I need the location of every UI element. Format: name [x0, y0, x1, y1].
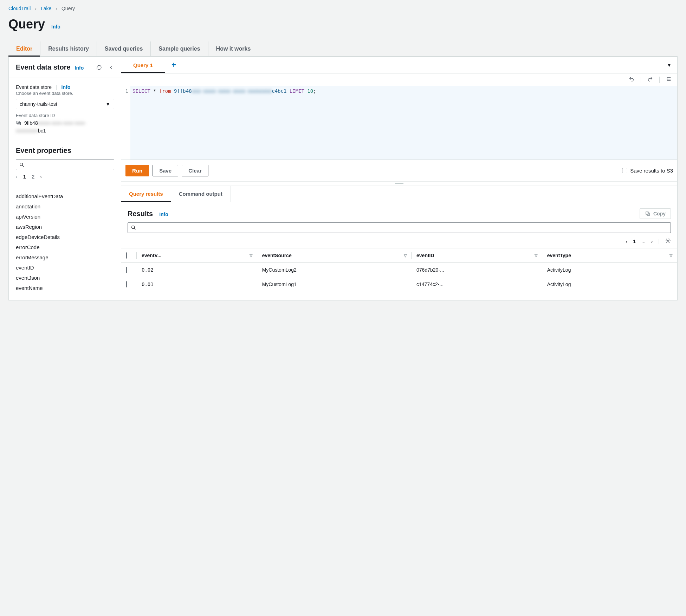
results-prev-icon[interactable]: ‹	[626, 239, 628, 244]
cell-eventversion: 0.02	[137, 263, 257, 277]
eds-title: Event data store	[16, 63, 71, 71]
sort-icon[interactable]: ▽	[535, 253, 537, 258]
info-link[interactable]: Info	[51, 24, 60, 30]
chevron-right-icon: ›	[56, 6, 57, 11]
svg-point-2	[20, 163, 23, 166]
prop-item[interactable]: errorCode	[16, 242, 114, 252]
prop-item[interactable]: annotation	[16, 201, 114, 212]
props-search[interactable]	[16, 160, 114, 170]
prop-item[interactable]: apiVersion	[16, 212, 114, 222]
refresh-icon[interactable]	[96, 65, 102, 70]
results-search[interactable]	[128, 222, 671, 233]
breadcrumb: CloudTrail › Lake › Query	[8, 6, 678, 11]
tab-sample-queries[interactable]: Sample queries	[151, 41, 208, 56]
run-button[interactable]: Run	[125, 165, 149, 176]
save-s3-checkbox[interactable]	[622, 168, 627, 173]
eds-select-value: channy-trails-test	[20, 101, 57, 107]
breadcrumb-lake[interactable]: Lake	[41, 6, 51, 11]
sql-editor[interactable]: 1 SELECT * from 9ffb48xxx-xxxx-xxxx-xxxx…	[121, 86, 677, 160]
copy-icon[interactable]	[16, 120, 21, 126]
col-eventversion[interactable]: eventV...	[142, 253, 161, 258]
resize-handle[interactable]	[121, 182, 677, 186]
tab-results-history[interactable]: Results history	[40, 41, 97, 56]
search-icon	[131, 225, 136, 231]
sort-icon[interactable]: ▽	[669, 253, 672, 258]
prop-item[interactable]: edgeDeviceDetails	[16, 232, 114, 242]
save-button[interactable]: Save	[153, 165, 178, 176]
top-tabs: Editor Results history Saved queries Sam…	[8, 41, 678, 57]
redo-icon[interactable]	[647, 76, 653, 83]
line-number: 1	[121, 86, 130, 160]
prop-item[interactable]: errorMessage	[16, 252, 114, 262]
caret-down-icon: ▼	[105, 101, 110, 107]
row-checkbox[interactable]	[126, 267, 127, 273]
col-eventtype[interactable]: eventType	[547, 253, 571, 258]
save-s3-label: Save results to S3	[630, 168, 673, 174]
props-search-input[interactable]	[27, 162, 111, 168]
sql-line[interactable]: SELECT * from 9ffb48xxx-xxxx-xxxx-xxxx-x…	[130, 86, 677, 160]
props-title: Event properties	[16, 147, 114, 155]
eds-id-label: Event data store ID	[16, 113, 114, 118]
cell-eventid: c14774c2-...	[412, 277, 542, 292]
prop-item[interactable]: eventJson	[16, 273, 114, 283]
props-next-icon[interactable]: ›	[40, 174, 42, 180]
prop-item[interactable]: eventID	[16, 262, 114, 273]
table-row[interactable]: 0.02 MyCustomLog2 076d7b20-... ActivityL…	[121, 263, 677, 277]
select-all-checkbox[interactable]	[126, 252, 127, 259]
results-next-icon[interactable]: ›	[651, 239, 653, 244]
chevron-right-icon: ›	[35, 6, 37, 11]
format-indent-icon[interactable]	[666, 76, 672, 83]
page-title: Query	[8, 17, 45, 32]
eds-select[interactable]: channy-trails-test ▼	[16, 99, 114, 109]
copy-button[interactable]: Copy	[640, 208, 671, 219]
col-eventsource[interactable]: eventSource	[262, 253, 292, 258]
collapse-all-icon[interactable]: ▼	[661, 59, 677, 71]
add-query-tab[interactable]: +	[165, 57, 182, 73]
col-eventid[interactable]: eventID	[416, 253, 434, 258]
breadcrumb-current: Query	[62, 6, 75, 11]
eds-id-value-line2: xxxxxxxxxbc1	[16, 128, 46, 134]
cell-eventsource: MyCustomLog1	[257, 277, 412, 292]
tab-command-output[interactable]: Command output	[171, 186, 231, 202]
results-table: eventV...▽ eventSource▽ eventID▽ eventTy…	[121, 248, 677, 291]
query-tab-1[interactable]: Query 1	[121, 58, 165, 72]
row-checkbox[interactable]	[126, 281, 127, 287]
results-page: 1	[633, 239, 636, 244]
props-prev-icon[interactable]: ‹	[16, 174, 18, 180]
tab-saved-queries[interactable]: Saved queries	[97, 41, 151, 56]
svg-point-6	[667, 240, 669, 241]
cell-eventsource: MyCustomLog2	[257, 263, 412, 277]
results-ellipsis: ...	[641, 239, 646, 244]
results-search-input[interactable]	[139, 225, 668, 231]
cell-eventid: 076d7b20-...	[412, 263, 542, 277]
sort-icon[interactable]: ▽	[250, 253, 252, 258]
collapse-left-icon[interactable]	[108, 65, 114, 70]
cell-eventtype: ActivityLog	[542, 263, 677, 277]
prop-item[interactable]: eventName	[16, 283, 114, 293]
tab-query-results[interactable]: Query results	[121, 186, 171, 202]
sort-icon[interactable]: ▽	[404, 253, 407, 258]
gear-icon[interactable]	[665, 238, 671, 245]
search-icon	[19, 162, 25, 168]
eds-field-info[interactable]: Info	[62, 84, 71, 90]
svg-point-5	[132, 226, 135, 229]
clear-button[interactable]: Clear	[182, 165, 208, 176]
breadcrumb-cloudtrail[interactable]: CloudTrail	[8, 6, 31, 11]
props-page-1[interactable]: 1	[23, 174, 26, 180]
copy-icon	[645, 211, 651, 216]
prop-item[interactable]: awsRegion	[16, 222, 114, 232]
eds-id-value: 9ffb48xxxxx-xxxx-xxxx-xxxx-	[24, 120, 86, 126]
results-info-link[interactable]: Info	[159, 212, 168, 217]
cell-eventversion: 0.01	[137, 277, 257, 292]
eds-field-label: Event data store	[16, 84, 52, 90]
eds-info-link[interactable]: Info	[75, 65, 84, 71]
undo-icon[interactable]	[629, 76, 634, 83]
tab-editor[interactable]: Editor	[8, 41, 40, 56]
eds-field-desc: Choose an event data store.	[16, 91, 114, 96]
results-title: Results	[128, 210, 153, 218]
table-row[interactable]: 0.01 MyCustomLog1 c14774c2-... ActivityL…	[121, 277, 677, 292]
tab-how-it-works[interactable]: How it works	[208, 41, 259, 56]
props-page-2[interactable]: 2	[32, 174, 34, 180]
props-list: additionalEventData annotation apiVersio…	[9, 186, 121, 300]
prop-item[interactable]: additionalEventData	[16, 191, 114, 201]
